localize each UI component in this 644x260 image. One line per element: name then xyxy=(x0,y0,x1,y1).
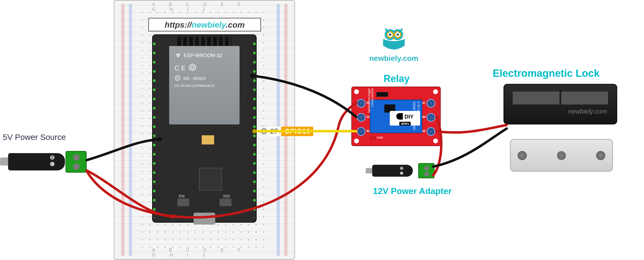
adapter12-label: 12V Power Adapter xyxy=(373,186,454,196)
relay-mount-hole xyxy=(433,139,438,143)
gpio-callout-ring-icon xyxy=(261,128,267,134)
esp32-en-label: EN xyxy=(179,194,185,198)
esp32-pins-left xyxy=(151,39,157,218)
lock-magnet-gap xyxy=(560,90,561,106)
relay-mount-hole xyxy=(354,89,359,94)
plug5-screw-pos xyxy=(73,163,80,170)
esp32-micro-usb xyxy=(194,213,215,225)
bb-col-labels-bottom: A B C D E F G H I J xyxy=(152,248,257,258)
ce-mark: C E xyxy=(175,64,185,72)
svg-point-1 xyxy=(191,66,194,69)
relay-pwr-label: PWR xyxy=(377,136,383,139)
plug12-barrel xyxy=(372,165,413,177)
plug5-minus: ⊖ xyxy=(50,154,55,161)
lock-watermark: newbiely.com xyxy=(568,108,607,115)
lock-armature-plate xyxy=(510,139,613,172)
plug12-screw-pos xyxy=(424,172,429,177)
source5-label: 5V Power Source xyxy=(3,133,79,142)
relay-terminal-nc xyxy=(427,99,435,108)
12v-power-plug: ⊖ ⊕ xyxy=(372,161,434,180)
esp32-en-button[interactable] xyxy=(177,199,189,206)
relay-mount-hole xyxy=(354,139,359,143)
relay-terminal-dcminus xyxy=(357,113,365,122)
esp32-pcb-area: EN IO0 xyxy=(166,133,242,208)
lock-armature-hole xyxy=(518,151,527,160)
lock-title: Electromagnetic Lock xyxy=(493,68,633,79)
relay-jumper xyxy=(376,92,388,97)
gpio-callout-gpio: GPIO16 xyxy=(281,127,313,136)
brand-text: newbiely.com xyxy=(361,54,426,63)
svg-point-11 xyxy=(397,34,399,36)
source-url-badge: https://newbiely.com xyxy=(148,18,261,31)
relay-title: Relay xyxy=(371,73,422,84)
rohs-icon xyxy=(189,64,196,73)
svg-point-10 xyxy=(389,34,391,36)
lock-armature-hole xyxy=(596,151,605,160)
gpio-callout-physical: 27 xyxy=(269,127,280,136)
relay-diy-badge: DIY ables xyxy=(390,111,420,126)
wiring-diagram: A B C D E F G H I J A B C D E F G H I J … xyxy=(0,0,644,260)
esp32-fcc-text: FCC 9D:2AC72-ESPWROOM 32 xyxy=(175,84,234,87)
relay-module: DC+ DC- IN NC COM NO SRD-05VDC-SL-C 10A … xyxy=(351,87,441,146)
relay-label-in: IN xyxy=(367,129,370,133)
plug12-plus: ⊕ xyxy=(400,171,403,175)
esp32-smd-component xyxy=(202,135,214,144)
esp32-io0-button[interactable] xyxy=(220,199,231,206)
relay-pcb-text2: high/low level trigger xyxy=(368,88,371,113)
esp32-usb-uart-chip xyxy=(199,168,222,190)
relay-terminal-dcplus xyxy=(357,99,365,108)
lock-magnet-body: newbiely.com xyxy=(504,84,617,124)
wire-12v-minus-to-lock xyxy=(433,129,507,167)
svg-point-0 xyxy=(189,64,195,70)
plug12-polarity-icon: ⊖ ⊕ xyxy=(400,166,403,176)
plug5-tip xyxy=(0,157,9,166)
url-part-scheme: https:// xyxy=(165,20,192,29)
plug5-polarity-icon: ⊖ ⊕ xyxy=(50,154,55,167)
relay-diy-bottom: ables xyxy=(399,122,411,126)
plug5-screw-terminal xyxy=(66,151,87,173)
relay-pcb-text1: 1 Relay Module xyxy=(371,88,374,107)
lock-armature-center xyxy=(557,151,566,160)
bb-col-labels-top: A B C D E F G H I J xyxy=(152,2,257,12)
esp32-pins-right xyxy=(251,39,257,218)
esp32-metal-shield: ESP-WROOM-32 C E R 205 - 000519 FCC 9D:2… xyxy=(169,46,240,124)
r-mark-icon: R xyxy=(175,75,181,82)
relay-terminal-in xyxy=(357,127,365,136)
diy-flag-icon xyxy=(396,113,403,120)
plug5-plus: ⊕ xyxy=(50,160,55,167)
owl-icon xyxy=(378,24,410,56)
svg-text:R: R xyxy=(176,76,179,80)
relay-power-led xyxy=(371,137,376,140)
gpio-callout: 27 GPIO16 xyxy=(261,126,313,137)
plug5-barrel xyxy=(8,153,65,170)
esp32-io0-label: IO0 xyxy=(223,194,230,198)
electromagnetic-lock: newbiely.com xyxy=(504,84,617,181)
url-part-host: newbiely xyxy=(192,20,226,29)
relay-diy-top: DIY xyxy=(404,114,413,120)
plug12-minus: ⊖ xyxy=(400,166,403,170)
relay-mount-hole xyxy=(433,89,438,94)
esp32-module-text: ESP-WROOM-32 xyxy=(184,53,222,58)
5v-power-plug: ⊖ ⊕ xyxy=(8,147,87,176)
bb-rail-neg-left xyxy=(129,4,132,256)
plug12-screw-terminal xyxy=(418,163,434,178)
wifi-icon xyxy=(175,51,182,60)
relay-terminal-com xyxy=(427,113,435,122)
wire-relay-no-to-lock xyxy=(436,125,507,133)
plug5-screw-neg xyxy=(73,154,80,161)
relay-terminal-no xyxy=(427,127,435,136)
esp32-devkit: ESP-WROOM-32 C E R 205 - 000519 FCC 9D:2… xyxy=(153,35,256,222)
url-part-tld: .com xyxy=(226,20,245,29)
esp32-antenna xyxy=(177,37,231,46)
bb-rail-pos-left xyxy=(121,4,125,256)
esp32-cert-code: 205 - 000519 xyxy=(183,76,206,81)
plug12-screw-neg xyxy=(424,166,429,171)
